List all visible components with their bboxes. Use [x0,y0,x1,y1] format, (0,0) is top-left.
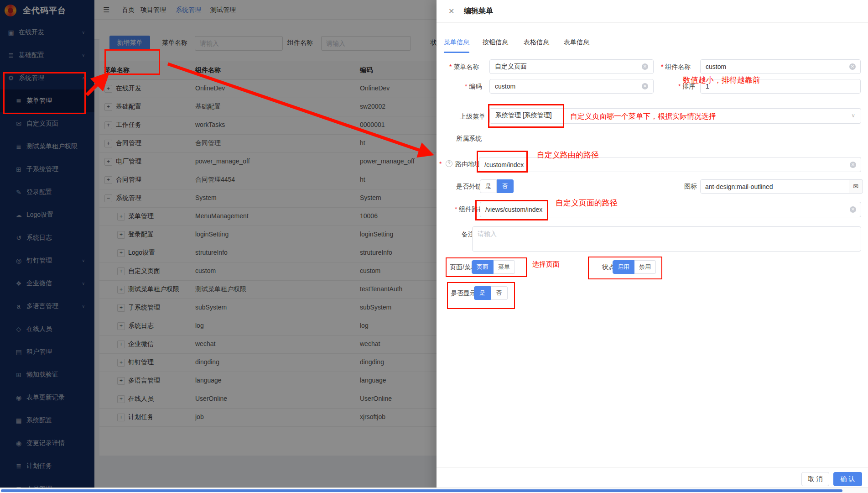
component-name-label: 组件名称 [661,63,691,71]
required-asterisk: * [439,160,442,168]
clear-icon[interactable]: ✕ [642,63,648,70]
parent-menu-label: 上级菜单 [460,113,485,121]
tab-button-info[interactable]: 按钮信息 [483,38,508,47]
cancel-button[interactable]: 取 消 [801,472,829,486]
clear-icon[interactable]: ✕ [850,206,856,213]
visible-label: 是否显示 [451,289,476,298]
disable-option[interactable]: 禁用 [634,260,656,274]
chevron-down-icon: ∨ [851,112,855,119]
icon-field-label: 图标 [684,183,697,191]
tab-table-info[interactable]: 表格信息 [524,38,549,47]
menu-option[interactable]: 菜单 [494,260,515,274]
horizontal-scrollbar-thumb[interactable] [1,489,842,492]
drawer-header: ✕ 编辑菜单 [437,0,868,23]
mail-icon[interactable]: ✉ [849,179,863,194]
visible-toggle: 是 否 [474,286,508,300]
drawer-backdrop[interactable] [0,0,437,493]
external-no-option[interactable]: 否 [497,179,514,193]
system-label: 所属系统 [456,135,482,143]
tab-menu-info[interactable]: 菜单信息 [444,38,469,47]
page-option[interactable]: 页面 [472,260,494,274]
external-yes-option[interactable]: 是 [480,179,497,193]
route-label: 路由地址 [455,160,481,168]
code-input[interactable] [489,79,654,94]
close-icon[interactable]: ✕ [448,7,454,16]
tab-form-info[interactable]: 表单信息 [564,38,589,47]
clear-icon[interactable]: ✕ [849,63,856,70]
page-menu-toggle: 页面 菜单 [472,260,515,274]
status-toggle: 启用 禁用 [613,260,656,274]
enable-option[interactable]: 启用 [613,260,634,274]
icon-input[interactable] [700,179,849,194]
sort-label: 排序 [678,83,695,91]
clear-icon[interactable]: ✕ [642,83,648,89]
visible-no-option[interactable]: 否 [491,286,508,300]
component-path-input[interactable] [480,202,861,217]
component-name-input[interactable] [700,59,861,74]
sort-input[interactable] [700,79,861,94]
remark-textarea[interactable] [472,226,861,252]
route-input[interactable] [479,157,861,172]
menu-name-input[interactable] [489,59,654,74]
help-icon: ? [446,160,452,167]
parent-menu-select[interactable]: 系统管理 [系统管理] ∨ [489,108,861,124]
drawer-title: 编辑菜单 [464,6,493,16]
horizontal-scrollbar-track[interactable] [0,488,868,493]
menu-name-label: 菜单名称 [449,63,479,71]
active-tab-indicator [444,52,469,53]
confirm-button[interactable]: 确 认 [833,472,862,486]
clear-icon[interactable]: ✕ [850,162,856,168]
code-label: 编码 [465,83,482,91]
visible-yes-option[interactable]: 是 [474,286,491,300]
external-link-label: 是否外链 [456,183,482,191]
edit-menu-drawer: ✕ 编辑菜单 菜单信息 按钮信息 表格信息 表单信息 菜单名称 ✕ 组件名称 ✕… [437,0,868,493]
external-link-toggle: 是 否 [480,179,514,193]
